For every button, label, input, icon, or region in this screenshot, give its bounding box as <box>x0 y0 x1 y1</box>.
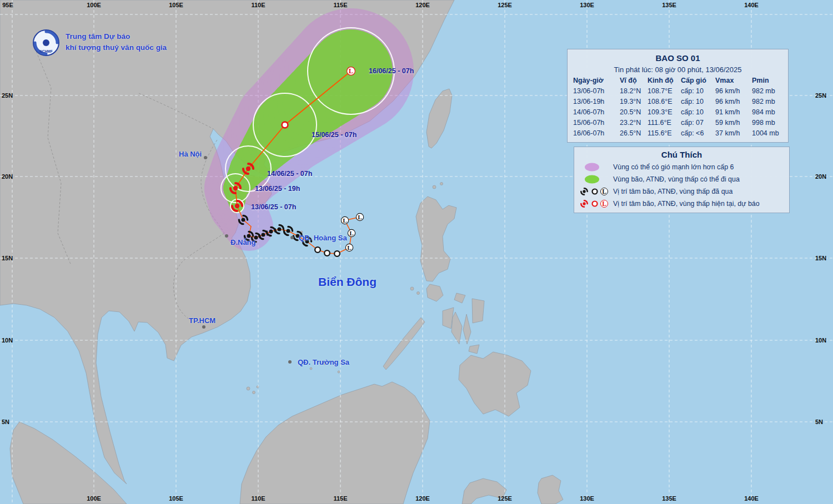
small-island <box>440 183 443 185</box>
storm-forecast-map-app: LLLLL NCHMF Trung tâm Dự báo khí tượng t… <box>0 0 833 504</box>
storm-table-cell: 108.7°E <box>648 86 681 97</box>
past-symbols-icon: L <box>579 186 610 197</box>
axis-label-top: 125E <box>498 2 512 8</box>
small-island <box>247 387 250 390</box>
axis-label-top: 115E <box>333 2 347 8</box>
axis-label-bottom: 115E <box>333 495 347 502</box>
storm-table-cell: 91 km/h <box>715 107 752 118</box>
legend-title: Chú Thích <box>574 149 789 161</box>
city-label: Hà Nội <box>179 150 202 158</box>
past-position-marker-l: L <box>356 213 363 220</box>
small-island <box>253 391 255 394</box>
storm-info-panel: BAO SO 01 Tin phát lúc: 08 giờ 00 phút, … <box>567 49 789 143</box>
forecast-position-marker-l: L <box>347 67 355 75</box>
storm-table-cell: cấp: <6 <box>681 128 715 139</box>
forecast-position-marker-o <box>282 122 288 128</box>
land-samar <box>472 299 484 323</box>
storm-table-cell: 19.3°N <box>620 97 648 107</box>
legend-item-text: Vùng có thể có gió mạnh lớn hơn cấp 6 <box>613 161 734 173</box>
past-position-marker-l: L <box>341 216 348 224</box>
city-label: Đ.Nẵng <box>230 238 256 246</box>
axis-label-top: 140E <box>744 2 759 8</box>
storm-table-cell: 108.6°E <box>648 97 681 107</box>
axis-label-top: 100E <box>87 2 101 8</box>
past-position-marker-o <box>334 251 340 256</box>
legend-item-text: Vị trí tâm bão, ATNĐ, vùng thấp đã qua <box>613 185 732 198</box>
axis-label-bottom: 140E <box>744 495 759 502</box>
axis-label-bottom: 125E <box>498 495 512 502</box>
storm-table-cell: 109.3°E <box>648 107 681 118</box>
axis-label-bottom: 105E <box>169 495 183 502</box>
purple-ellipse-icon <box>579 162 610 173</box>
storm-table-cell: 13/06-07h <box>573 86 620 97</box>
storm-data-table: Ngày-giờVĩ độKinh độCấp gióVmaxPmin13/06… <box>568 75 788 139</box>
storm-table-cell: 984 mb <box>752 107 784 118</box>
axis-label-right: 20N <box>815 173 826 180</box>
axis-label-right: 15N <box>815 255 826 261</box>
axis-label-bottom: 130E <box>580 495 594 502</box>
storm-table-row: 13/06-19h19.3°N108.6°Ecấp: 1096 km/h982 … <box>568 97 788 107</box>
legend-item: LVị trí tâm bão, ATNĐ, vùng thấp hiện tạ… <box>574 198 789 210</box>
storm-table-header-cell: Vĩ độ <box>620 75 648 86</box>
legend-items: Vùng có thể có gió mạnh lớn hơn cấp 6Vùn… <box>574 161 789 210</box>
svg-text:L: L <box>602 188 606 195</box>
axis-label-top: 105E <box>169 2 183 8</box>
small-island <box>310 367 312 370</box>
storm-table-cell: 96 km/h <box>715 86 752 97</box>
axis-label-top: 110E <box>251 2 265 8</box>
storm-table-row: 16/06-07h26.5°N115.6°Ecấp: <637 km/h1004… <box>568 128 788 139</box>
sea-name-label: Biển Đông <box>318 275 377 289</box>
axis-label-top: 135E <box>662 2 676 8</box>
city-dot <box>288 360 292 364</box>
green-ellipse-icon <box>579 174 610 185</box>
storm-table-header-cell: Ngày-giờ <box>573 75 620 86</box>
city-dot <box>202 325 205 329</box>
storm-table-row: 15/06-07h23.2°N111.6°Ecấp: 0759 km/h998 … <box>568 118 788 128</box>
storm-table-cell: cấp: 07 <box>681 118 715 128</box>
storm-table-row: 14/06-07h20.5°N109.3°Ecấp: 1091 km/h984 … <box>568 107 788 118</box>
storm-table-cell: 115.6°E <box>648 128 681 139</box>
city-label: QĐ. Trường Sa <box>298 358 349 366</box>
axis-label-right: 25N <box>815 92 826 99</box>
axis-label-right: 10N <box>815 337 826 344</box>
storm-table-cell: 26.5°N <box>620 128 648 139</box>
forecast-symbols-icon: L <box>579 198 610 209</box>
track-date-label: 15/06/25 - 07h <box>312 131 357 139</box>
storm-table-cell: 20.5°N <box>620 107 648 118</box>
axis-label-bottom: 100E <box>87 495 101 502</box>
storm-table-cell: 37 km/h <box>715 128 752 139</box>
small-island <box>433 185 436 189</box>
city-label: QĐ. Hoàng Sa <box>299 234 347 242</box>
axis-label-top: 130E <box>580 2 594 8</box>
small-island <box>410 287 414 290</box>
legend-item: Vùng bão, ATNĐ, vùng thấp có thể đi qua <box>574 173 789 185</box>
past-position-marker-o <box>315 247 320 253</box>
axis-label-left: 10N <box>2 337 13 344</box>
city-dot <box>290 236 294 239</box>
svg-text:L: L <box>343 217 347 224</box>
svg-text:L: L <box>358 214 362 220</box>
agency-logo: NCHMF Trung tâm Dự báo khí tượng thuỷ vă… <box>32 29 167 57</box>
axis-label-bottom: 120E <box>415 495 430 502</box>
storm-table-cell: 982 mb <box>752 97 784 107</box>
axis-label-top: 120E <box>415 2 430 8</box>
logo-badge-text: NCHMF <box>39 49 52 53</box>
svg-text:L: L <box>349 230 354 236</box>
track-date-label: 13/06/25 - 19h <box>255 185 300 193</box>
track-date-label: 16/06/25 - 07h <box>369 67 414 75</box>
axis-label-top: 95E <box>2 2 13 8</box>
svg-text:L: L <box>347 244 352 251</box>
city-label: TP.HCM <box>189 316 215 325</box>
track-date-label: 14/06/25 - 07h <box>267 170 312 178</box>
past-position-marker-o <box>324 250 330 256</box>
storm-table-cell: 111.6°E <box>648 118 681 128</box>
svg-text:L: L <box>349 67 353 75</box>
past-position-marker-l: L <box>348 229 355 236</box>
storm-table-header-cell: Kinh độ <box>648 75 681 86</box>
storm-title: BAO SO 01 <box>568 52 788 64</box>
storm-table-cell: 14/06-07h <box>573 107 620 118</box>
storm-table-cell: cấp: 10 <box>681 97 715 107</box>
axis-label-left: 5N <box>2 419 9 425</box>
city-dot <box>204 156 207 159</box>
legend-panel: Chú Thích Vùng có thể có gió mạnh lớn hơ… <box>574 147 790 213</box>
